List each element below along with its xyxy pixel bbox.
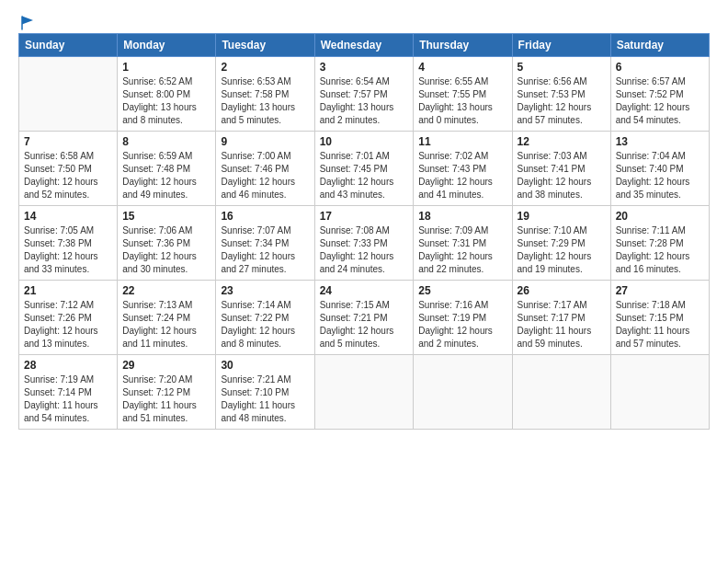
day-cell: 28Sunrise: 7:19 AM Sunset: 7:14 PM Dayli… — [19, 355, 118, 430]
day-number: 5 — [518, 61, 606, 74]
day-number: 22 — [122, 284, 210, 297]
day-number: 16 — [221, 210, 309, 223]
day-cell: 19Sunrise: 7:10 AM Sunset: 7:29 PM Dayli… — [512, 206, 610, 281]
day-cell — [610, 355, 709, 430]
week-row-4: 28Sunrise: 7:19 AM Sunset: 7:14 PM Dayli… — [19, 355, 710, 430]
day-cell: 17Sunrise: 7:08 AM Sunset: 7:33 PM Dayli… — [314, 206, 414, 281]
day-info: Sunrise: 7:15 AM Sunset: 7:21 PM Dayligh… — [320, 299, 409, 350]
day-cell: 22Sunrise: 7:13 AM Sunset: 7:24 PM Dayli… — [118, 281, 216, 355]
day-cell: 12Sunrise: 7:03 AM Sunset: 7:41 PM Dayli… — [512, 132, 610, 206]
day-cell: 29Sunrise: 7:20 AM Sunset: 7:12 PM Dayli… — [118, 355, 216, 430]
day-cell: 3Sunrise: 6:54 AM Sunset: 7:57 PM Daylig… — [314, 57, 414, 132]
day-cell: 1Sunrise: 6:52 AM Sunset: 8:00 PM Daylig… — [118, 57, 216, 132]
day-number: 17 — [320, 210, 409, 223]
day-number: 8 — [122, 135, 210, 148]
day-info: Sunrise: 6:54 AM Sunset: 7:57 PM Dayligh… — [320, 75, 409, 127]
day-info: Sunrise: 7:20 AM Sunset: 7:12 PM Dayligh… — [122, 373, 210, 425]
day-number: 27 — [616, 284, 704, 297]
logo-flag-icon — [19, 15, 36, 31]
header-wednesday: Wednesday — [314, 34, 414, 57]
day-info: Sunrise: 7:19 AM Sunset: 7:14 PM Dayligh… — [24, 373, 112, 425]
day-cell: 6Sunrise: 6:57 AM Sunset: 7:52 PM Daylig… — [610, 57, 709, 132]
day-info: Sunrise: 7:18 AM Sunset: 7:15 PM Dayligh… — [616, 299, 704, 350]
day-info: Sunrise: 7:16 AM Sunset: 7:19 PM Dayligh… — [418, 299, 506, 350]
day-cell: 23Sunrise: 7:14 AM Sunset: 7:22 PM Dayli… — [216, 281, 314, 355]
day-cell: 7Sunrise: 6:58 AM Sunset: 7:50 PM Daylig… — [19, 132, 118, 206]
day-info: Sunrise: 7:01 AM Sunset: 7:45 PM Dayligh… — [320, 150, 409, 201]
day-cell: 24Sunrise: 7:15 AM Sunset: 7:21 PM Dayli… — [314, 281, 414, 355]
week-row-2: 14Sunrise: 7:05 AM Sunset: 7:38 PM Dayli… — [19, 206, 710, 281]
day-cell: 26Sunrise: 7:17 AM Sunset: 7:17 PM Dayli… — [512, 281, 610, 355]
day-cell: 14Sunrise: 7:05 AM Sunset: 7:38 PM Dayli… — [19, 206, 118, 281]
week-row-1: 7Sunrise: 6:58 AM Sunset: 7:50 PM Daylig… — [19, 132, 710, 206]
day-number: 2 — [221, 61, 309, 74]
day-info: Sunrise: 7:06 AM Sunset: 7:36 PM Dayligh… — [122, 224, 210, 276]
day-number: 20 — [616, 210, 704, 223]
day-cell — [512, 355, 610, 430]
day-number: 10 — [320, 135, 409, 148]
day-cell — [414, 355, 512, 430]
day-cell: 10Sunrise: 7:01 AM Sunset: 7:45 PM Dayli… — [314, 132, 414, 206]
day-number: 18 — [418, 210, 506, 223]
day-info: Sunrise: 7:09 AM Sunset: 7:31 PM Dayligh… — [418, 224, 506, 276]
day-number: 6 — [616, 61, 704, 74]
day-info: Sunrise: 6:55 AM Sunset: 7:55 PM Dayligh… — [418, 75, 506, 127]
day-cell: 27Sunrise: 7:18 AM Sunset: 7:15 PM Dayli… — [610, 281, 709, 355]
day-cell: 25Sunrise: 7:16 AM Sunset: 7:19 PM Dayli… — [414, 281, 512, 355]
day-info: Sunrise: 6:52 AM Sunset: 8:00 PM Dayligh… — [122, 75, 210, 127]
day-info: Sunrise: 7:05 AM Sunset: 7:38 PM Dayligh… — [24, 224, 112, 276]
day-cell: 4Sunrise: 6:55 AM Sunset: 7:55 PM Daylig… — [414, 57, 512, 132]
day-cell: 15Sunrise: 7:06 AM Sunset: 7:36 PM Dayli… — [118, 206, 216, 281]
header-thursday: Thursday — [414, 34, 512, 57]
day-number: 25 — [418, 284, 506, 297]
calendar-table: SundayMondayTuesdayWednesdayThursdayFrid… — [18, 33, 710, 430]
logo — [18, 15, 36, 28]
day-number: 3 — [320, 61, 409, 74]
day-number: 9 — [221, 135, 309, 148]
day-info: Sunrise: 7:12 AM Sunset: 7:26 PM Dayligh… — [24, 299, 112, 350]
page-header — [18, 15, 710, 28]
day-number: 28 — [24, 359, 112, 372]
day-number: 12 — [518, 135, 606, 148]
header-monday: Monday — [118, 34, 216, 57]
header-saturday: Saturday — [610, 34, 709, 57]
day-info: Sunrise: 7:13 AM Sunset: 7:24 PM Dayligh… — [122, 299, 210, 350]
day-number: 11 — [418, 135, 506, 148]
day-cell: 16Sunrise: 7:07 AM Sunset: 7:34 PM Dayli… — [216, 206, 314, 281]
day-number: 24 — [320, 284, 409, 297]
day-info: Sunrise: 7:17 AM Sunset: 7:17 PM Dayligh… — [518, 299, 606, 350]
day-number: 29 — [122, 359, 210, 372]
day-cell: 5Sunrise: 6:56 AM Sunset: 7:53 PM Daylig… — [512, 57, 610, 132]
header-friday: Friday — [512, 34, 610, 57]
day-cell: 9Sunrise: 7:00 AM Sunset: 7:46 PM Daylig… — [216, 132, 314, 206]
day-info: Sunrise: 7:08 AM Sunset: 7:33 PM Dayligh… — [320, 224, 409, 276]
day-cell: 2Sunrise: 6:53 AM Sunset: 7:58 PM Daylig… — [216, 57, 314, 132]
week-row-3: 21Sunrise: 7:12 AM Sunset: 7:26 PM Dayli… — [19, 281, 710, 355]
day-number: 13 — [616, 135, 704, 148]
day-info: Sunrise: 7:14 AM Sunset: 7:22 PM Dayligh… — [221, 299, 309, 350]
day-cell: 8Sunrise: 6:59 AM Sunset: 7:48 PM Daylig… — [118, 132, 216, 206]
day-cell: 20Sunrise: 7:11 AM Sunset: 7:28 PM Dayli… — [610, 206, 709, 281]
week-row-0: 1Sunrise: 6:52 AM Sunset: 8:00 PM Daylig… — [19, 57, 710, 132]
day-info: Sunrise: 7:21 AM Sunset: 7:10 PM Dayligh… — [221, 373, 309, 425]
day-info: Sunrise: 6:59 AM Sunset: 7:48 PM Dayligh… — [122, 150, 210, 201]
day-number: 26 — [518, 284, 606, 297]
day-cell: 21Sunrise: 7:12 AM Sunset: 7:26 PM Dayli… — [19, 281, 118, 355]
days-header-row: SundayMondayTuesdayWednesdayThursdayFrid… — [19, 34, 710, 57]
day-cell — [19, 57, 118, 132]
day-cell: 18Sunrise: 7:09 AM Sunset: 7:31 PM Dayli… — [414, 206, 512, 281]
day-info: Sunrise: 7:07 AM Sunset: 7:34 PM Dayligh… — [221, 224, 309, 276]
day-number: 1 — [122, 61, 210, 74]
day-info: Sunrise: 7:04 AM Sunset: 7:40 PM Dayligh… — [616, 150, 704, 201]
day-number: 7 — [24, 135, 112, 148]
day-info: Sunrise: 6:58 AM Sunset: 7:50 PM Dayligh… — [24, 150, 112, 201]
day-number: 21 — [24, 284, 112, 297]
header-sunday: Sunday — [19, 34, 118, 57]
day-number: 15 — [122, 210, 210, 223]
day-cell: 11Sunrise: 7:02 AM Sunset: 7:43 PM Dayli… — [414, 132, 512, 206]
header-tuesday: Tuesday — [216, 34, 314, 57]
day-number: 30 — [221, 359, 309, 372]
day-info: Sunrise: 7:10 AM Sunset: 7:29 PM Dayligh… — [518, 224, 606, 276]
day-number: 19 — [518, 210, 606, 223]
day-cell — [314, 355, 414, 430]
